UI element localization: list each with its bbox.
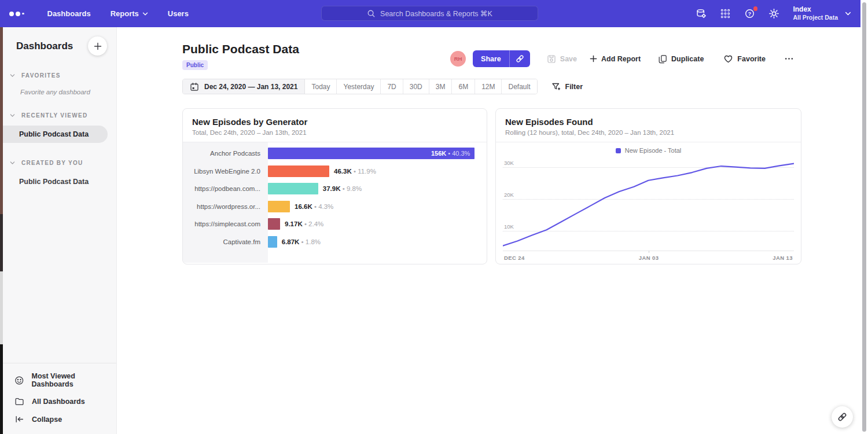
line-chart-card: New Episodes Found Rolling (12 hours), t… [495,108,801,264]
link-icon [837,412,847,422]
chevron-down-icon [845,10,851,17]
search-icon [367,9,376,18]
logo-dot [22,13,24,15]
smiley-icon [14,376,24,385]
date-presets: TodayYesterday7D30D3M6M12MDefault [305,79,536,94]
project-switcher[interactable]: Index All Project Data [793,5,851,22]
notification-badge [753,6,758,11]
date-preset-12m[interactable]: 12M [475,79,502,94]
header-actions: RH Share Save Add Report Duplicate [450,50,800,67]
most-viewed-dashboards-button[interactable]: Most Viewed Dashboards [3,368,116,392]
date-preset-yesterday[interactable]: Yesterday [337,79,381,94]
section-label: RECENTLY VIEWED [21,112,88,119]
chevron-down-icon [142,11,148,17]
footer-item-label: Most Viewed Dashboards [31,372,116,388]
bar-segment[interactable] [268,165,329,177]
date-preset-default[interactable]: Default [502,79,536,94]
date-preset-30d[interactable]: 30D [403,79,429,94]
scrollbar-gutter [860,0,868,434]
bar-chart-title: New Episodes by Generator [192,117,477,127]
heart-icon [723,54,733,64]
save-icon [547,54,556,64]
section-label: CREATED BY YOU [21,160,83,166]
scrollbar-thumb[interactable] [862,2,866,432]
add-dashboard-button[interactable] [88,36,107,56]
bar-category-label: Captivate.fm [183,233,268,251]
chevron-down-icon [10,73,15,78]
save-button[interactable]: Save [540,54,583,64]
bar-row: 37.9K • 9.8% [268,180,487,198]
collapse-sidebar-button[interactable]: Collapse [3,410,116,428]
nav-item-label: Dashboards [47,9,91,18]
section-label: FAVORITES [21,72,61,79]
share-label: Share [473,50,509,67]
copy-link-button[interactable] [510,50,530,67]
avatar[interactable]: RH [450,51,466,67]
nav-item-label: Reports [111,9,139,18]
all-dashboards-button[interactable]: All Dashboards [3,392,116,410]
bar-value-label: 16.6K • 4.3% [295,203,333,210]
x-axis-label: DEC 24 [504,255,525,261]
bar-chart-subtitle: Total, Dec 24th, 2020 – Jan 13th, 2021 [192,129,477,136]
section-favorites[interactable]: FAVORITES [3,72,116,79]
line-plot[interactable]: 10K20K30K [503,160,794,251]
date-preset-today[interactable]: Today [305,79,337,94]
logo-dot [9,12,14,16]
nav-item-reports[interactable]: Reports [111,9,148,18]
bar-row: 156K • 40.3% [268,145,487,163]
bar-row: 46.3K • 11.9% [268,163,487,181]
date-preset-7d[interactable]: 7D [381,79,403,94]
bar-segment[interactable] [268,201,290,212]
bar-segment[interactable] [268,183,318,194]
ellipsis-icon [784,54,794,64]
section-recently-viewed[interactable]: RECENTLY VIEWED [3,112,116,119]
search-input[interactable]: Search Dashboards & Reports ⌘K [321,6,538,21]
footer-item-label: Collapse [32,415,62,424]
date-preset-3m[interactable]: 3M [429,79,453,94]
chart-legend: New Episode - Total [503,146,794,160]
x-axis-label: JAN 13 [773,255,793,261]
filter-label: Filter [565,83,583,91]
help-icon[interactable]: ? [744,8,755,19]
bar-category-label: Libsyn WebEngine 2.0 [183,163,268,181]
help-glyph: ? [748,10,752,17]
settings-gear-icon[interactable] [768,8,779,19]
bar-chart-card: New Episodes by Generator Total, Dec 24t… [182,108,487,264]
date-range-button[interactable]: Dec 24, 2020 — Jan 13, 2021 [183,79,305,94]
filter-funnel-icon [551,82,561,91]
bar-category-label: https://simplecast.com [183,215,268,233]
project-name: Index [793,5,838,14]
sidebar: Dashboards FAVORITES Favorite any dashbo… [3,27,117,434]
sidebar-item-public-podcast-data[interactable]: Public Podcast Data [3,126,108,143]
mixpanel-logo[interactable] [9,12,24,16]
sidebar-title: Dashboards [16,41,73,52]
legend-swatch [616,148,621,153]
x-axis-tick [649,251,649,253]
more-options-button[interactable] [778,54,800,64]
data-management-icon[interactable] [696,8,707,19]
date-preset-6m[interactable]: 6M [452,79,475,94]
bar-category-column: Anchor PodcastsLibsyn WebEngine 2.0https… [183,142,268,263]
share-button[interactable]: Share [473,50,530,67]
section-created-by-you[interactable]: CREATED BY YOU [3,160,116,166]
duplicate-button[interactable]: Duplicate [652,54,710,64]
nav-item-users[interactable]: Users [168,9,189,18]
collapse-icon [14,414,24,424]
bar-value-label: 9.17K • 2.4% [285,220,323,227]
filter-button[interactable]: Filter [551,82,583,91]
bar-value-label: 37.9K • 9.8% [323,185,362,192]
favorites-empty-text: Favorite any dashboard [3,79,116,95]
bar-value-label: 156K • 40.3% [431,150,470,157]
logo-dot [16,12,20,16]
favorite-button[interactable]: Favorite [717,54,772,64]
sidebar-item-public-podcast-data[interactable]: Public Podcast Data [3,173,116,190]
chevron-down-icon [10,113,15,118]
add-report-button[interactable]: Add Report [583,55,647,63]
apps-grid-icon[interactable] [720,8,731,19]
x-axis-label: JAN 03 [639,255,659,261]
nav-item-dashboards[interactable]: Dashboards [47,9,91,18]
bar-segment[interactable]: 156K • 40.3% [268,148,475,159]
bar-segment[interactable] [268,218,280,230]
copy-dashboard-link-button[interactable] [832,406,853,428]
bar-segment[interactable] [268,236,277,248]
